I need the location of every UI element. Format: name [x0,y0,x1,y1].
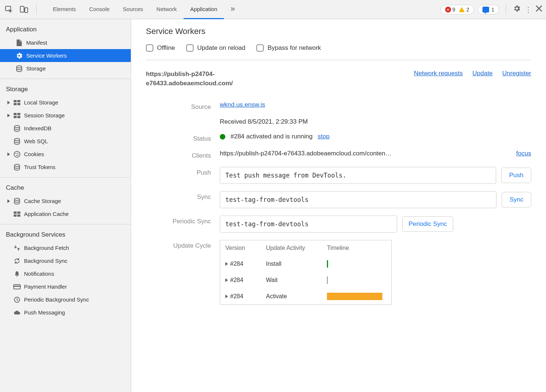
timeline-bar [327,276,328,284]
application-sidebar: Application Manifest Service Workers Sto… [0,19,131,392]
status-label: Status [146,133,220,142]
expand-triangle-icon[interactable] [225,295,228,298]
update-on-reload-checkbox[interactable]: Update on reload [186,44,245,52]
sidebar-item-label: Application Cache [24,211,69,217]
periodic-sync-button[interactable]: Periodic Sync [402,216,453,232]
update-cycle-row[interactable]: #284 Install [220,256,391,272]
sidebar-item-payment-handler[interactable]: Payment Handler [0,280,131,293]
kebab-menu-icon[interactable]: ⋮ [525,5,532,14]
sidebar-item-bg-fetch[interactable]: Background Fetch [0,241,131,254]
sidebar-item-push-messaging[interactable]: Push Messaging [0,306,131,319]
sidebar-item-websql[interactable]: Web SQL [0,135,131,148]
sidebar-item-label: Manifest [26,39,47,46]
sidebar-item-session-storage[interactable]: Session Storage [0,109,131,122]
sidebar-item-cache-storage[interactable]: Cache Storage [0,195,131,207]
sidebar-item-label: Periodic Background Sync [24,296,89,303]
svg-rect-1 [20,6,24,12]
svg-rect-5 [14,100,17,102]
error-count: 9 [453,7,455,13]
tab-more-icon[interactable]: » [224,0,242,19]
svg-rect-9 [14,113,17,115]
tab-application[interactable]: Application [184,0,224,19]
sidebar-item-label: Web SQL [24,138,48,144]
timeline-bar [327,293,382,300]
sidebar-item-label: Service Workers [26,52,67,59]
warning-count: 2 [466,7,469,13]
push-button[interactable]: Push [501,168,531,183]
expand-triangle-icon[interactable] [7,101,10,104]
tab-sources[interactable]: Sources [116,0,150,19]
client-url: https://publish-p24704-e76433.adobeaemcl… [220,150,392,157]
sidebar-item-periodic-bg-sync[interactable]: Periodic Background Sync [0,293,131,306]
sync-input[interactable] [220,191,496,208]
tab-elements[interactable]: Elements [46,0,83,19]
svg-point-20 [14,164,20,166]
devtools-toolbar: Elements Console Sources Network Applica… [0,0,546,19]
bypass-checkbox[interactable]: Bypass for network [256,44,321,52]
sidebar-item-bg-sync[interactable]: Background Sync [0,254,131,267]
fetch-icon [13,244,21,252]
push-input[interactable] [220,167,496,184]
sidebar-item-label: Trust Tokens [24,164,55,170]
error-warning-chip[interactable]: ×9 2 [440,5,474,14]
expand-triangle-icon[interactable] [225,262,228,266]
sidebar-item-manifest[interactable]: Manifest [0,36,131,49]
database-icon [13,138,21,145]
sidebar-item-label: Payment Handler [24,283,67,290]
source-file-link[interactable]: wknd.us.ensw.js [220,101,265,108]
offline-checkbox[interactable]: Offline [146,44,175,52]
error-icon: × [445,7,451,13]
sidebar-item-cookies[interactable]: Cookies [0,148,131,161]
sidebar-item-trust-tokens[interactable]: Trust Tokens [0,161,131,173]
close-devtools-icon[interactable] [536,5,542,14]
sidebar-item-label: Storage [26,65,46,72]
update-cycle-row[interactable]: #284 Activate [220,288,391,305]
sidebar-item-storage[interactable]: Storage [0,62,131,75]
svg-point-16 [16,153,17,154]
col-version: Version [225,245,266,251]
issues-icon [482,7,489,13]
sidebar-item-application-cache[interactable]: Application Cache [0,207,131,220]
update-cycle-label: Update Cycle [146,240,220,250]
inspect-icon[interactable] [4,4,15,15]
settings-gear-icon[interactable] [513,4,521,14]
sync-label: Sync [146,191,220,201]
update-cycle-row[interactable]: #284 Wait [220,272,391,288]
unregister-link[interactable]: Unregister [502,70,531,77]
svg-rect-12 [17,116,20,118]
sidebar-heading-cache: Cache [0,180,131,195]
expand-triangle-icon[interactable] [7,199,10,203]
expand-triangle-icon[interactable] [7,152,10,156]
sidebar-item-service-workers[interactable]: Service Workers [0,49,131,62]
periodic-sync-input[interactable] [220,216,397,233]
update-link[interactable]: Update [472,70,493,77]
sidebar-item-label: Cache Storage [24,198,61,204]
checkbox-icon [186,44,194,52]
issues-chip[interactable]: 1 [478,5,499,14]
svg-rect-6 [17,100,20,102]
tab-console[interactable]: Console [83,0,116,19]
issues-count: 1 [491,7,494,13]
stop-link[interactable]: stop [318,133,330,140]
network-requests-link[interactable]: Network requests [414,70,463,77]
separator [506,4,506,15]
warning-icon [459,7,465,12]
pane-title: Service Workers [146,27,531,36]
svg-point-26 [17,275,18,276]
expand-triangle-icon[interactable] [7,114,10,117]
sidebar-item-label: Notifications [24,271,54,277]
sidebar-item-notifications[interactable]: Notifications [0,267,131,280]
svg-rect-24 [14,214,17,217]
cookie-icon [13,151,21,158]
sidebar-item-local-storage[interactable]: Local Storage [0,96,131,109]
sidebar-item-indexeddb[interactable]: IndexedDB [0,122,131,135]
sync-icon [13,257,21,265]
push-label: Push [146,167,220,176]
focus-link[interactable]: focus [516,150,531,157]
tab-network[interactable]: Network [150,0,184,19]
sync-button[interactable]: Sync [502,192,531,207]
status-text: #284 activated and is running [231,133,313,140]
svg-point-14 [14,138,20,141]
device-toggle-icon[interactable] [18,4,30,15]
expand-triangle-icon[interactable] [225,278,228,282]
